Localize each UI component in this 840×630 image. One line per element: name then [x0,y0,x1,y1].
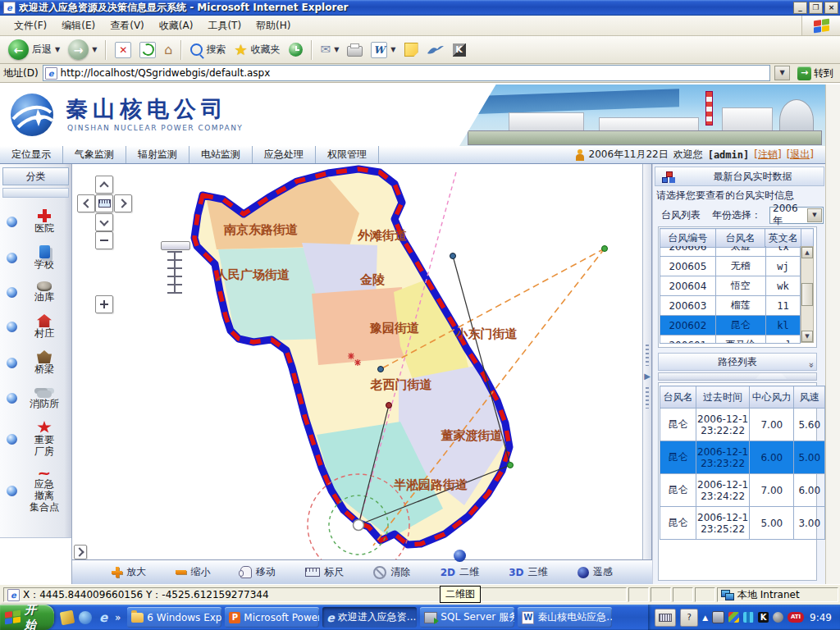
path-list-expand-icon[interactable]: « [806,356,816,368]
quick-launch-overflow-icon[interactable]: » [115,612,121,623]
quick-launch-ie-icon[interactable]: e [97,611,110,624]
year-select-dropdown-icon[interactable]: ▼ [807,208,822,222]
taskbar-task-button[interactable]: e欢迎进入应急资... [322,607,417,628]
nav-tab[interactable]: 定位显示 [0,146,63,163]
typhoon-row[interactable]: 200601西马伦xml [660,336,801,345]
taskbar-task-button[interactable]: PMicrosoft PowerP... [225,607,319,628]
typhoon-row[interactable]: 200605无稽wj [660,257,801,276]
back-dropdown-icon[interactable]: ▼ [55,46,60,53]
panel-splitter[interactable]: ▶ [642,164,652,584]
pan-right-button[interactable] [114,194,132,212]
splitter-collapse-icon[interactable]: ▶ [643,369,651,384]
page-scrollbar[interactable] [825,84,840,584]
ati-tray-icon[interactable]: ATI [788,612,804,623]
layer-toggle-sphere-icon[interactable] [7,287,17,298]
sidebar-item[interactable]: 桥梁 [0,350,71,375]
map-tool-2d[interactable]: 2D二维 [441,565,479,579]
sql-server-tray-icon[interactable] [712,611,724,623]
history-button[interactable] [285,41,306,58]
round-tray-icon[interactable] [773,612,783,623]
nav-tab[interactable]: 气象监测 [63,146,126,163]
restore-button[interactable]: ❐ [809,2,823,14]
address-url[interactable]: http://localhost/QSgridwebgis/default.as… [61,67,271,79]
pan-center-button[interactable] [95,194,113,212]
layer-toggle-sphere-icon[interactable] [7,486,17,496]
nav-tab[interactable]: 应急处理 [253,146,316,163]
plugin-bird-button[interactable] [423,43,448,57]
forward-dropdown-icon[interactable]: ▼ [92,46,97,53]
pan-left-button[interactable] [77,194,95,212]
map-tool-zoom-out[interactable]: 缩小 [176,565,210,579]
scroll-thumb[interactable] [801,283,813,306]
messenger-button[interactable] [401,41,422,58]
typhoon-table-body[interactable]: 200606太虚tx200605无稽wj200604悟空wk200603榴莲11… [660,246,801,344]
district-map[interactable]: 南京东路街道外滩街道人民广场街道金陵豫园街道小东门街道老西门街道董家渡街道半淞园… [72,164,642,559]
layer-toggle-sphere-icon[interactable] [7,393,17,404]
track-row[interactable]: 昆仑2006-12-123:22:227.005.60 [660,409,825,441]
forward-button[interactable]: → ▼ [65,38,100,62]
pan-down-button[interactable] [95,213,113,231]
go-button[interactable]: → 转到 [794,66,837,80]
zoom-out-map-button[interactable] [95,231,113,249]
network-tray-icon[interactable] [743,612,754,623]
minimize-button[interactable]: _ [793,2,807,14]
zoom-slider-track[interactable] [167,251,182,294]
stop-button[interactable]: ✕ [112,40,135,60]
sidebar-item[interactable]: 医院 [0,209,71,234]
track-row[interactable]: 昆仑2006-12-123:24:227.006.00 [660,474,825,507]
menu-item[interactable]: 查看(V) [103,16,152,35]
back-button[interactable]: ← 后退 ▼ [5,38,63,62]
path-list-bar[interactable]: 路径列表 « [658,353,817,371]
map-tool-3d[interactable]: 3D三维 [509,565,547,579]
home-button[interactable]: ⌂ [161,42,176,58]
sidebar-item[interactable]: ~应急撤离集合点 [0,468,71,513]
menu-item[interactable]: 帮助(H) [249,16,298,35]
taskbar-task-button[interactable]: W秦山核电站应急... [518,607,612,628]
favorites-button[interactable]: ★ 收藏夹 [231,41,283,59]
typhoon-row[interactable]: 200602昆仑kl [660,316,801,336]
search-button[interactable]: 搜索 [187,41,229,58]
antivirus-tray-icon[interactable]: K [758,612,769,623]
nav-tab[interactable]: 电站监测 [189,146,253,163]
scroll-up-button[interactable]: ▲ [801,247,813,258]
sidebar-item[interactable]: 消防所 [0,386,71,409]
menu-item[interactable]: 文件(F) [7,16,54,35]
antivirus-button[interactable]: K [450,42,469,58]
typhoon-row[interactable]: 200604悟空wk [660,276,801,296]
track-row[interactable]: 昆仑2006-12-123:23:226.005.00 [660,441,825,474]
logout-link[interactable]: [注销] [754,148,781,162]
layer-toggle-sphere-icon[interactable] [7,358,17,368]
keyboard-layout-button[interactable] [655,609,676,627]
typhoon-track-table[interactable]: 台风名过去时间中心风力风速昆仑2006-12-123:22:227.005.60… [660,386,825,540]
map-tool-clear[interactable]: 清除 [373,565,410,579]
taskbar-task-button[interactable]: 6 Windows Expl... ▼ [127,607,221,628]
gis-map-area[interactable]: 南京东路街道外滩街道人民广场街道金陵豫园街道小东门街道老西门街道董家渡街道半淞园… [72,164,642,559]
nav-tab[interactable]: 辐射监测 [126,146,189,163]
hide-tray-icons-chevron[interactable]: ▲ [702,614,708,622]
map-tool-pan-hand[interactable]: 移动 [240,565,276,579]
menu-item[interactable]: 收藏(A) [152,16,201,35]
windows-tray-icon[interactable] [728,612,739,623]
menu-item[interactable]: 工具(T) [200,16,249,35]
map-tool-remote-sensing[interactable]: 遥感 [578,565,613,579]
typhoon-row[interactable]: 200603榴莲11 [660,296,801,316]
mail-dropdown-icon[interactable]: ▼ [334,46,339,53]
address-dropdown-button[interactable]: ▼ [774,66,790,80]
address-input[interactable]: e http://localhost/QSgridwebgis/default.… [43,65,770,81]
map-corner-expand-button[interactable] [74,545,87,559]
edit-word-button[interactable]: W ▼ [368,40,399,60]
help-tray-button[interactable]: ? [680,609,698,627]
track-row[interactable]: 昆仑2006-12-123:25:225.003.00 [660,507,825,540]
map-tool-ruler[interactable]: 标尺 [305,565,344,579]
typhoon-table[interactable]: 200606太虚tx200605无稽wj200604悟空wk200603榴莲11… [660,246,801,344]
year-select[interactable]: 2006年 ▼ [769,207,824,224]
edit-dropdown-icon[interactable]: ▼ [390,46,395,53]
horizontal-splitter[interactable] [658,372,817,381]
close-button[interactable]: × [824,2,838,14]
sidebar-item[interactable]: 重要厂房 [0,421,71,457]
window-title-bar[interactable]: e 欢迎进入应急资源及决策信息显示系统 - Microsoft Internet… [0,0,840,16]
pan-up-button[interactable] [95,176,113,194]
typhoon-panel-header[interactable]: 最新台风实时数据 [655,167,824,186]
mail-button[interactable]: ✉ ▼ [317,42,343,57]
scroll-down-button[interactable]: ▼ [801,331,813,342]
